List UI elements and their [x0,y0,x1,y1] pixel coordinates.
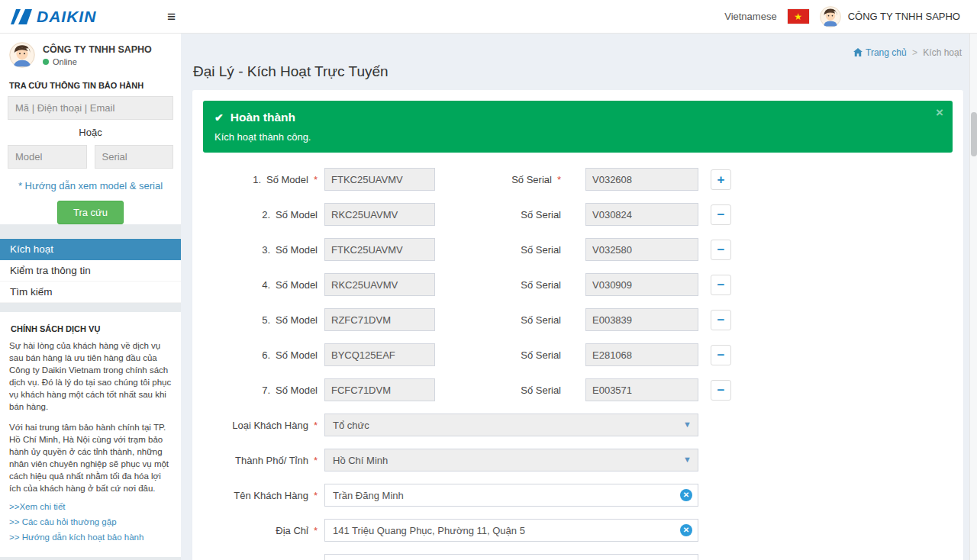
add-row-button[interactable]: + [711,169,731,190]
policy-title: CHÍNH SÁCH DỊCH VỤ [9,320,172,340]
remove-row-button[interactable]: − [711,204,731,225]
serial-label: Số Serial* [435,174,561,185]
serial-input[interactable] [585,273,698,296]
header-user-name: CÔNG TY TNHH SAPHO [848,11,960,22]
model-input[interactable] [324,308,435,331]
alert-message: Kích hoạt thành công. [214,131,941,143]
online-status-label: Online [53,57,77,66]
header-user-menu[interactable]: CÔNG TY TNHH SAPHO [820,6,960,27]
required-mark: * [557,174,561,185]
clear-field-icon[interactable]: ✕ [680,489,692,501]
model-input[interactable] [324,203,435,226]
address-row: Địa Chỉ* ✕ [203,519,953,542]
model-label: 5.Số Model [203,314,318,326]
model-serial-row: 5.Số Model Số Serial − [203,308,953,331]
policy-paragraph: Sự hài lòng của khách hàng về dịch vụ sa… [9,340,172,414]
customer-name-input[interactable] [324,484,698,507]
sidebar: CÔNG TY TNHH SAPHO Online TRA CỨU THÔNG … [0,34,181,560]
remove-row-button[interactable]: − [711,345,731,365]
model-label: 3.Số Model [203,244,318,256]
serial-lookup-input[interactable] [95,145,174,169]
serial-label: Số Serial [435,279,561,291]
check-icon: ✔ [214,111,224,124]
address-label: Địa Chỉ* [203,525,318,536]
model-input[interactable] [324,378,435,401]
model-serial-row: 2.Số Model Số Serial − [203,203,953,226]
vietnam-flag-icon[interactable]: ★ [788,9,809,24]
city-row: Thành Phố/ Tỉnh* Hồ Chí Minh ▼ [203,449,953,471]
customer-type-row: Loại Khách Hàng* Tổ chức ▼ [203,414,953,436]
or-label: Hoặc [8,127,173,138]
customer-type-label: Loại Khách Hàng* [203,420,318,431]
policy-detail-link[interactable]: >>Xem chi tiết [9,502,172,511]
serial-input[interactable] [585,378,698,401]
model-input[interactable] [324,343,435,366]
alert-close-icon[interactable]: × [936,106,943,119]
model-serial-row: 6.Số Model Số Serial − [203,343,953,366]
serial-input[interactable] [585,203,698,226]
remove-row-button[interactable]: − [711,275,731,295]
remove-row-button[interactable]: − [711,310,731,330]
model-serial-row: 4.Số Model Số Serial − [203,273,953,296]
language-label[interactable]: Vietnamese [724,11,776,22]
serial-input[interactable] [585,238,698,261]
home-icon [853,48,863,59]
daikin-logo[interactable]: DAIKIN [0,8,156,26]
model-input[interactable] [324,273,435,296]
top-navbar: DAIKIN ≡ Vietnamese ★ CÔNG TY TNHH SAPHO [0,0,977,34]
serial-input[interactable] [585,168,698,191]
alert-title: Hoàn thành [231,111,295,124]
remove-row-button[interactable]: − [711,240,731,260]
main-content: Trang chủ > Kích hoạt Đại Lý - Kích Hoạt… [181,34,977,560]
serial-label: Số Serial [435,209,561,220]
sidebar-user-name: CÔNG TY TNHH SAPHO [43,43,152,56]
next-field-row-partial [203,554,953,560]
serial-label: Số Serial [435,314,561,326]
next-field-input-partial[interactable] [324,554,698,560]
scrollbar-thumb[interactable] [971,112,977,156]
model-lookup-input[interactable] [8,145,87,169]
remove-row-button[interactable]: − [711,380,731,401]
address-input[interactable] [324,519,698,542]
required-mark: * [314,525,318,536]
sidebar-item-kich-hoat[interactable]: Kích hoạt [0,239,181,260]
model-label: 7.Số Model [203,385,318,396]
model-serial-row: 1.Số Model* Số Serial* + [203,168,953,191]
chevron-down-icon: ▼ [683,420,692,429]
serial-input[interactable] [585,308,698,331]
customer-name-row: Tên Khách Hàng* ✕ [203,484,953,507]
model-serial-row: 3.Số Model Số Serial − [203,238,953,261]
activation-guide-link[interactable]: >> Hướng dẫn kích hoạt bảo hành [9,533,172,542]
lookup-search-button[interactable]: Tra cứu [57,201,124,224]
activation-form-card: ✔ Hoàn thành Kích hoạt thành công. × 1.S… [192,90,963,560]
online-status-icon [43,59,49,65]
service-policy-panel: CHÍNH SÁCH DỊCH VỤ Sự hài lòng của khách… [0,312,181,557]
model-label: 6.Số Model [203,349,318,361]
serial-label: Số Serial [435,385,561,396]
model-serial-guide-link[interactable]: * Hướng dẫn xem model & serial [8,180,173,191]
lookup-search-input[interactable] [8,96,173,120]
hamburger-menu-icon[interactable]: ≡ [167,9,176,24]
breadcrumb-home-link[interactable]: Trang chủ [853,47,907,58]
sidebar-item-tim-kiem[interactable]: Tìm kiếm [0,282,181,303]
brand-text: DAIKIN [37,8,96,26]
clear-field-icon[interactable]: ✕ [680,524,692,536]
serial-input[interactable] [585,343,698,366]
city-select[interactable]: Hồ Chí Minh [324,449,698,471]
page-scrollbar[interactable] [969,34,977,560]
sidebar-user-panel: CÔNG TY TNHH SAPHO Online [0,34,181,75]
model-input[interactable] [324,238,435,261]
faq-link[interactable]: >> Các câu hỏi thường gặp [9,517,172,526]
customer-type-select[interactable]: Tổ chức [324,414,698,436]
sidebar-avatar [9,42,35,68]
breadcrumb-separator: > [912,47,917,58]
policy-paragraph: Với hai trung tâm bảo hành chính tại TP.… [9,421,172,495]
sidebar-item-kiem-tra-thong-tin[interactable]: Kiểm tra thông tin [0,260,181,282]
chevron-down-icon: ▼ [683,455,692,464]
breadcrumb-current: Kích hoạt [923,47,962,58]
success-alert: ✔ Hoàn thành Kích hoạt thành công. × [203,101,953,153]
breadcrumb: Trang chủ > Kích hoạt [192,47,962,59]
model-input[interactable] [324,168,435,191]
required-mark: * [314,455,318,466]
city-label: Thành Phố/ Tỉnh* [203,455,318,466]
